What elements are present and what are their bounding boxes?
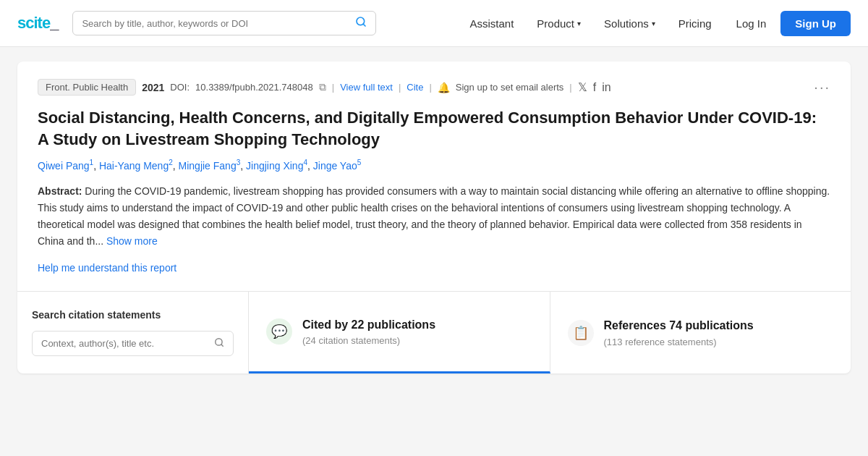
bell-icon: 🔔 — [438, 82, 450, 93]
author-5[interactable]: Jinge Yao5 — [313, 160, 362, 172]
citations-panel: 💬 Cited by 22 publications (24 citation … — [249, 292, 851, 373]
cited-by-icon: 💬 — [266, 318, 292, 345]
view-full-text-link[interactable]: View full text — [340, 82, 393, 93]
main-content: Front. Public Health 2021 DOI: 10.3389/f… — [17, 62, 851, 373]
references-info: References 74 publications (113 referenc… — [604, 318, 754, 347]
cited-by-title: Cited by 22 publications — [302, 318, 435, 333]
help-link[interactable]: Help me understand this report — [38, 262, 176, 274]
search-input[interactable] — [82, 18, 355, 29]
cite-link[interactable]: Cite — [407, 82, 423, 93]
author-2[interactable]: Hai-Yang Meng2 — [99, 160, 173, 172]
svg-line-3 — [221, 345, 224, 347]
abstract: Abstract: During the COVID-19 pandemic, … — [38, 183, 830, 250]
search-bar — [72, 11, 376, 35]
cited-by-sub: (24 citation statements) — [302, 335, 435, 346]
show-more-link[interactable]: Show more — [106, 235, 158, 247]
more-options-button[interactable]: ··· — [814, 79, 830, 96]
social-icons: 𝕏 f in — [578, 80, 611, 94]
sidebar-search-icon — [214, 337, 224, 350]
references-title: References 74 publications — [604, 318, 754, 334]
references-icon: 📋 — [568, 320, 594, 346]
bottom-section: Search citation statements 💬 Cited by 22… — [17, 291, 851, 373]
citation-search-input[interactable] — [41, 338, 214, 349]
nav-pricing[interactable]: Pricing — [668, 12, 722, 35]
journal-badge: Front. Public Health — [38, 79, 136, 96]
linkedin-icon[interactable]: in — [602, 81, 610, 94]
cited-by-tab[interactable]: 💬 Cited by 22 publications (24 citation … — [249, 292, 550, 373]
authors: Qiwei Pang1, Hai-Yang Meng2, Mingjie Fan… — [38, 159, 830, 172]
author-4[interactable]: Jingjing Xing4 — [246, 160, 307, 172]
facebook-icon[interactable]: f — [593, 81, 596, 94]
cited-by-info: Cited by 22 publications (24 citation st… — [302, 318, 435, 347]
sidebar-panel: Search citation statements — [17, 292, 249, 373]
nav-links: Assistant Product ▾ Solutions ▾ Pricing … — [459, 11, 851, 36]
doi-label: DOI: — [170, 82, 190, 93]
doi-value: 10.3389/fpubh.2021.748048 — [195, 82, 313, 93]
alert-text: Sign up to set email alerts — [456, 82, 564, 93]
copy-icon[interactable]: ⧉ — [319, 81, 326, 93]
author-3[interactable]: Mingjie Fang3 — [179, 160, 241, 172]
search-icon — [355, 16, 367, 30]
year: 2021 — [142, 82, 164, 93]
nav-product[interactable]: Product ▾ — [527, 12, 591, 35]
svg-line-1 — [364, 24, 366, 26]
sidebar-title: Search citation statements — [32, 309, 234, 321]
paper-title: Social Distancing, Health Concerns, and … — [38, 107, 830, 150]
twitter-icon[interactable]: 𝕏 — [578, 80, 587, 94]
login-button[interactable]: Log In — [725, 12, 778, 35]
product-chevron-icon: ▾ — [577, 20, 581, 28]
sidebar-search — [32, 331, 234, 356]
logo[interactable]: scite_ — [17, 14, 58, 33]
navbar: scite_ Assistant Product ▾ Solutions ▾ P… — [0, 0, 868, 47]
abstract-label: Abstract: — [38, 185, 82, 197]
meta-row: Front. Public Health 2021 DOI: 10.3389/f… — [38, 79, 830, 96]
references-sub: (113 reference statements) — [604, 337, 754, 347]
nav-solutions[interactable]: Solutions ▾ — [594, 12, 665, 35]
signup-button[interactable]: Sign Up — [780, 11, 851, 36]
solutions-chevron-icon: ▾ — [652, 20, 655, 28]
author-1[interactable]: Qiwei Pang1 — [38, 160, 93, 172]
references-tab[interactable]: 📋 References 74 publications (113 refere… — [550, 292, 851, 373]
nav-assistant[interactable]: Assistant — [459, 12, 524, 35]
